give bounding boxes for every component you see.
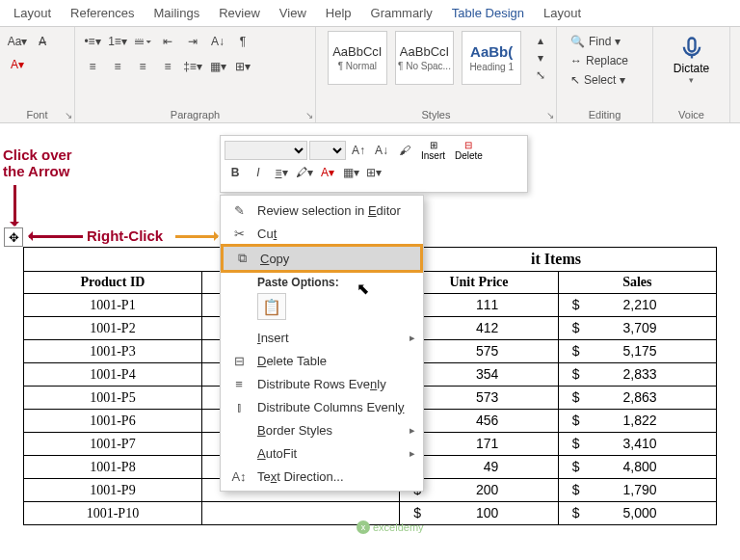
cm-delete-table[interactable]: ⊟Delete Table [221, 349, 423, 372]
show-marks-button[interactable]: ¶ [231, 31, 254, 52]
ribbon-tabs: Layout References Mailings Review View H… [0, 0, 740, 27]
ribbon: Aa▾ A̶ A▾ Font ↘ •≡▾ 1≡▾ ⩸▾ ⇤ ⇥ A↓ ¶ [0, 27, 740, 123]
cm-paste-keep-formatting[interactable]: 📋 [257, 293, 286, 320]
style-heading1[interactable]: AaBb( Heading 1 [462, 31, 521, 85]
header-product-id: Product ID [24, 272, 202, 294]
multilevel-button[interactable]: ⩸▾ [131, 31, 154, 52]
cm-review-editor[interactable]: ✎Review selection in Editor [221, 199, 423, 222]
sort-button[interactable]: A↓ [206, 31, 229, 52]
microphone-icon [678, 35, 705, 62]
search-icon: 🔍 [570, 35, 585, 48]
mini-bold[interactable]: B [225, 163, 246, 182]
cm-paste-options-label: Paste Options: [221, 272, 423, 291]
tab-table-design[interactable]: Table Design [442, 2, 534, 24]
mini-toolbar: A↑ A↓ 🖌 ⊞Insert ⊟Delete B I ≡▾ 🖍▾ A▾ ▦▾ … [220, 135, 528, 193]
line-spacing-button[interactable]: ‡≡▾ [181, 56, 204, 77]
cm-insert[interactable]: Insert▸ [221, 326, 423, 349]
header-sales: Sales [558, 272, 716, 294]
cm-paste-options: 📋 [221, 291, 423, 326]
mini-shrink-font[interactable]: A↓ [371, 141, 392, 160]
paragraph-launcher-icon[interactable]: ↘ [305, 110, 313, 120]
mini-grow-font[interactable]: A↑ [348, 141, 369, 160]
table-delete-icon: ⊟ [464, 140, 472, 150]
font-case-button[interactable]: Aa▾ [6, 31, 29, 52]
annotation-click-over: Click overthe Arrow [3, 147, 80, 179]
font-color-button[interactable]: A▾ [6, 54, 29, 75]
font-launcher-icon[interactable]: ↘ [65, 110, 72, 120]
cursor-icon: ↖ [570, 73, 580, 87]
bullets-button[interactable]: •≡▾ [81, 31, 104, 52]
replace-button[interactable]: ↔Replace [567, 52, 643, 69]
shading-button[interactable]: ▦▾ [206, 56, 229, 77]
tab-grammarly[interactable]: Grammarly [361, 2, 442, 24]
chevron-right-icon: ▸ [410, 424, 415, 437]
styles-launcher-icon[interactable]: ↘ [546, 110, 554, 120]
replace-icon: ↔ [570, 54, 582, 67]
chevron-right-icon: ▸ [410, 447, 415, 460]
numbering-button[interactable]: 1≡▾ [106, 31, 129, 52]
styles-group-label: Styles [322, 107, 550, 120]
delete-table-icon: ⊟ [230, 353, 248, 368]
font-group-label: Font [6, 107, 68, 120]
style-normal[interactable]: AaBbCcI ¶ Normal [328, 31, 387, 85]
mini-highlight[interactable]: 🖍▾ [294, 163, 315, 182]
watermark: x exceldemy [357, 520, 424, 534]
align-right-button[interactable]: ≡ [131, 56, 154, 77]
increase-indent-button[interactable]: ⇥ [181, 31, 204, 52]
annotation-arrow-down [13, 185, 16, 226]
chevron-right-icon: ▸ [410, 332, 415, 344]
annotation-right-click: Right-Click [87, 227, 163, 244]
paragraph-group-label: Paragraph [81, 107, 309, 120]
annotation-arrow-right [175, 235, 218, 238]
tab-help[interactable]: Help [316, 2, 361, 24]
mini-format-painter[interactable]: 🖌 [394, 141, 415, 160]
borders-button[interactable]: ⊞▾ [231, 56, 254, 77]
table-move-handle[interactable]: ✥ [4, 227, 23, 247]
tab-references[interactable]: References [61, 2, 144, 24]
cm-text-direction[interactable]: A↕Text Direction... [221, 465, 423, 488]
annotation-arrow-left [29, 235, 83, 238]
decrease-indent-button[interactable]: ⇤ [156, 31, 179, 52]
copy-icon: ⧉ [233, 251, 251, 266]
context-menu: ✎Review selection in Editor ✂Cut ⧉Copy P… [220, 195, 424, 492]
svg-rect-0 [688, 39, 695, 52]
scissors-icon: ✂ [230, 226, 248, 241]
tab-review[interactable]: Review [209, 2, 270, 24]
tab-mailings[interactable]: Mailings [145, 2, 210, 24]
styles-gallery-expand[interactable]: ▴ ▾ ⤡ [529, 33, 544, 83]
find-button[interactable]: 🔍Find ▾ [567, 33, 643, 50]
justify-button[interactable]: ≡ [156, 56, 179, 77]
mini-font-family[interactable] [225, 141, 307, 160]
mini-insert-button[interactable]: ⊞Insert [417, 140, 449, 161]
table-insert-icon: ⊞ [430, 140, 437, 150]
cm-distribute-rows[interactable]: ≡Distribute Rows Evenly [221, 372, 423, 395]
dictate-button[interactable]: Dictate ▾ [659, 31, 724, 89]
voice-group-label: Voice [659, 107, 724, 120]
editing-group-label: Editing [563, 107, 647, 120]
tab-layout[interactable]: Layout [4, 2, 61, 24]
cm-copy[interactable]: ⧉Copy [221, 244, 423, 273]
dist-cols-icon: ⫿ [230, 399, 248, 414]
text-direction-icon: A↕ [230, 468, 248, 484]
mini-borders[interactable]: ⊞▾ [363, 163, 384, 182]
align-left-button[interactable]: ≡ [81, 56, 104, 77]
select-button[interactable]: ↖Select ▾ [567, 71, 643, 89]
mini-delete-button[interactable]: ⊟Delete [451, 140, 487, 161]
style-no-spacing[interactable]: AaBbCcI ¶ No Spac... [395, 31, 455, 85]
cm-distribute-cols[interactable]: ⫿Distribute Columns Evenly [221, 395, 423, 418]
tab-layout-table[interactable]: Layout [534, 2, 591, 24]
mini-font-color[interactable]: A▾ [317, 163, 338, 182]
cm-cut[interactable]: ✂Cut [221, 222, 423, 245]
cm-autofit[interactable]: AutoFit▸ [221, 441, 423, 465]
mini-italic[interactable]: I [248, 163, 269, 182]
clear-format-button[interactable]: A̶ [31, 31, 54, 52]
dist-rows-icon: ≡ [230, 376, 248, 391]
logo-icon: x [357, 520, 370, 534]
mini-shading[interactable]: ▦▾ [340, 163, 361, 182]
mini-font-size[interactable] [309, 141, 346, 160]
cm-border-styles[interactable]: Border Styles▸ [221, 418, 423, 441]
mini-underline[interactable]: ≡▾ [271, 163, 292, 182]
align-center-button[interactable]: ≡ [106, 56, 129, 77]
review-icon: ✎ [230, 202, 248, 218]
tab-view[interactable]: View [270, 2, 316, 24]
